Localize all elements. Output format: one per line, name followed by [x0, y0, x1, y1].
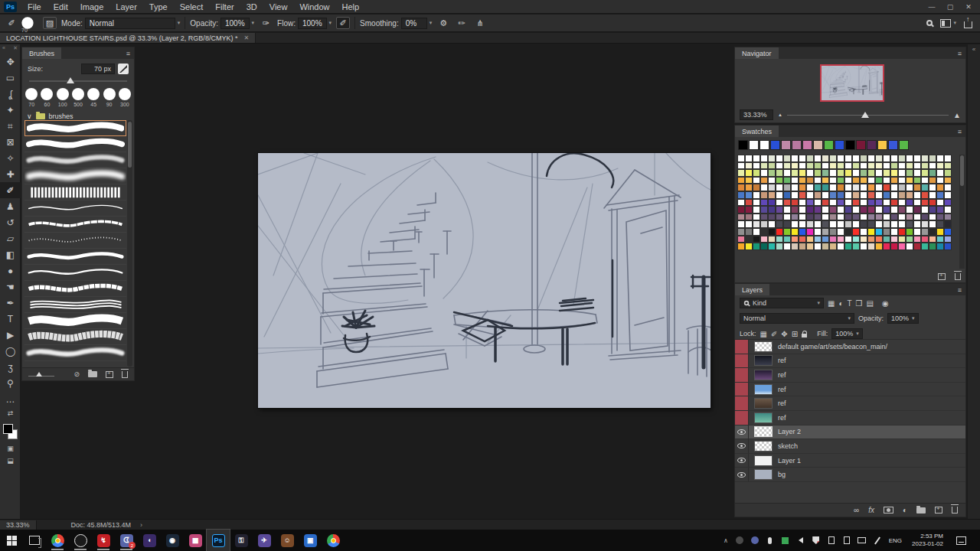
menu-item-image[interactable]: Image [74, 2, 110, 12]
swatch-cell[interactable] [890, 177, 898, 184]
brush-stroke-item-4[interactable] [24, 168, 126, 184]
frame-tool[interactable]: ⊠ [0, 134, 21, 150]
swatch-cell[interactable] [929, 206, 936, 214]
swatch-cell[interactable] [913, 191, 921, 199]
swatch-cell[interactable] [913, 236, 921, 243]
swatch-cell[interactable] [806, 184, 814, 191]
swatch-cell[interactable] [737, 177, 745, 184]
quick-selection-tool[interactable]: ✦ [0, 102, 21, 118]
recent-swatch-15[interactable] [888, 140, 898, 150]
swatch-cell[interactable] [844, 162, 852, 170]
status-zoom-field[interactable]: 33.33% [0, 520, 37, 530]
swatch-cell[interactable] [906, 184, 913, 191]
swatch-cell[interactable] [837, 199, 844, 207]
swatch-cell[interactable] [829, 199, 837, 207]
swatch-cell[interactable] [822, 214, 829, 221]
brushes-panel-tab[interactable]: Brushes [22, 47, 61, 59]
layer-thumbnail[interactable] [754, 455, 773, 466]
flow-field[interactable]: 100% [298, 18, 327, 29]
swatch-cell[interactable] [783, 169, 791, 177]
swatch-cell[interactable] [799, 220, 806, 228]
swatch-cell[interactable] [883, 155, 890, 162]
swatch-cell[interactable] [906, 199, 913, 207]
layer-filter-select[interactable]: Kind ▾ [740, 298, 824, 308]
layer-visibility-toggle[interactable] [735, 468, 749, 481]
smoothing-gear-icon[interactable]: ⚙ [436, 17, 450, 29]
swatch-cell[interactable] [883, 243, 890, 250]
swatch-cell[interactable] [806, 228, 814, 236]
swatch-cell[interactable] [852, 243, 860, 250]
brush-stroke-item-13[interactable] [24, 313, 126, 329]
brush-stroke-item-7[interactable] [24, 217, 126, 233]
swatch-cell[interactable] [944, 220, 952, 228]
swatch-cell[interactable] [929, 191, 936, 199]
layer-thumbnail[interactable] [754, 398, 773, 409]
swatch-cell[interactable] [799, 184, 806, 191]
toggle-brush-settings-icon[interactable]: ▨ [43, 17, 57, 29]
swatch-cell[interactable] [883, 177, 890, 184]
swatch-cell[interactable] [753, 162, 760, 170]
swatch-cell[interactable] [753, 199, 760, 207]
swatch-cell[interactable] [936, 169, 944, 177]
swatch-cell[interactable] [837, 169, 844, 177]
swatch-cell[interactable] [913, 184, 921, 191]
swatch-cell[interactable] [929, 236, 936, 243]
swatch-cell[interactable] [837, 243, 844, 250]
swatch-cell[interactable] [844, 206, 852, 214]
swatch-cell[interactable] [783, 214, 791, 221]
swatch-cell[interactable] [944, 191, 952, 199]
swatch-cell[interactable] [890, 220, 898, 228]
layer-row-layer-1[interactable]: Layer 1 [735, 454, 965, 468]
brush-preset-45[interactable]: 45 [87, 88, 100, 107]
layer-visibility-toggle[interactable] [735, 396, 749, 410]
opacity-field[interactable]: 100% [220, 18, 250, 29]
brush-stroke-item-1[interactable] [24, 120, 126, 136]
swatch-cell[interactable] [745, 206, 753, 214]
recent-swatch-12[interactable] [856, 140, 866, 150]
swatch-cell[interactable] [936, 243, 944, 250]
layer-row-ref[interactable]: ref [735, 383, 965, 397]
app-photoshop[interactable]: Ps [207, 530, 230, 551]
swatch-cell[interactable] [799, 228, 806, 236]
swatch-cell[interactable] [844, 199, 852, 207]
layer-visibility-toggle[interactable] [735, 354, 749, 368]
swatch-cell[interactable] [814, 236, 822, 243]
color-chips[interactable] [0, 421, 21, 442]
tray-display-icon[interactable] [858, 536, 867, 545]
swatch-cell[interactable] [799, 236, 806, 243]
share-icon[interactable] [964, 21, 972, 28]
swatch-cell[interactable] [844, 155, 852, 162]
swatch-cell[interactable] [852, 199, 860, 207]
swatch-cell[interactable] [799, 243, 806, 250]
chevron-down-icon[interactable]: ∨ [27, 112, 32, 120]
swatch-cell[interactable] [737, 243, 745, 250]
swatch-cell[interactable] [944, 214, 952, 221]
swatch-cell[interactable] [768, 199, 776, 207]
new-group-icon[interactable] [88, 371, 97, 377]
menu-item-view[interactable]: View [263, 2, 294, 12]
swatch-cell[interactable] [875, 206, 883, 214]
swatch-cell[interactable] [768, 162, 776, 170]
slider-thumb[interactable] [67, 77, 74, 83]
swatch-cell[interactable] [867, 243, 875, 250]
brush-tool[interactable]: ✐ [0, 182, 21, 198]
layer-row-layer-2[interactable]: Layer 2 [735, 425, 965, 440]
tray-discord-icon[interactable] [750, 536, 760, 545]
swatch-cell[interactable] [944, 177, 952, 184]
swatch-cell[interactable] [883, 169, 890, 177]
swatch-cell[interactable] [929, 169, 936, 177]
brush-stroke-item-3[interactable] [24, 152, 126, 168]
swatch-cell[interactable] [890, 184, 898, 191]
brush-stroke-item-15[interactable] [24, 345, 126, 361]
swatch-cell[interactable] [906, 220, 913, 228]
swatch-cell[interactable] [929, 220, 936, 228]
app-blue[interactable]: ▣ [299, 530, 322, 551]
quick-mask-button[interactable]: ▣ [0, 442, 21, 455]
task-view-button[interactable] [23, 530, 46, 551]
layer-visibility-toggle[interactable] [735, 439, 749, 453]
layer-thumbnail[interactable] [754, 341, 773, 352]
swatch-cell[interactable] [814, 214, 822, 221]
swatch-cell[interactable] [760, 155, 768, 162]
minimize-button[interactable]: — [923, 1, 940, 12]
clock[interactable]: 2:53 PM 2023-01-02 [909, 533, 946, 548]
